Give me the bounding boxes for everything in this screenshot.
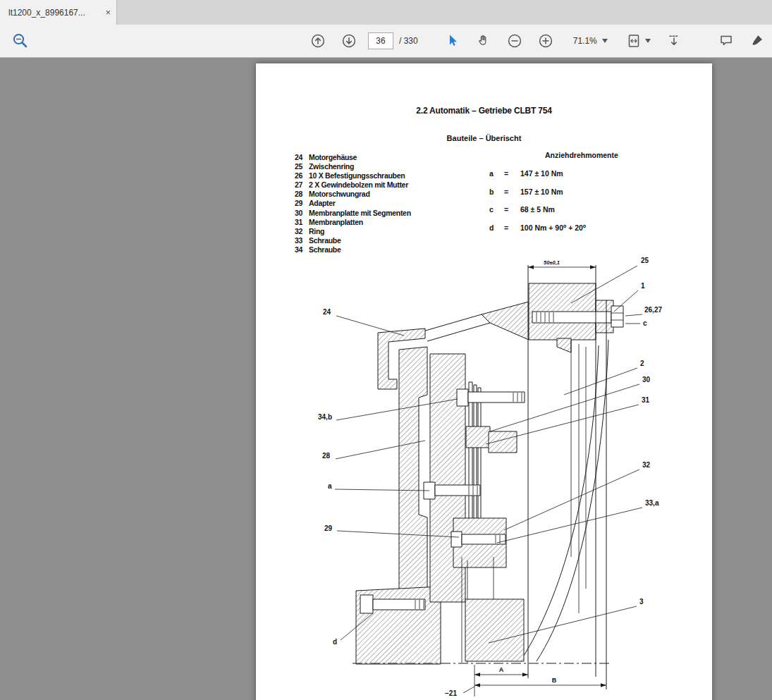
select-tool-button[interactable] [445, 33, 460, 49]
housing-corner-section [557, 338, 571, 352]
magnifier-minus-icon [11, 32, 30, 50]
hand-icon [476, 33, 491, 49]
callout-25: 25 [641, 257, 649, 264]
callout-a: a [328, 482, 332, 490]
bolt-a-shaft [435, 485, 480, 496]
arrow-up-circle-icon [310, 33, 326, 49]
highlighter-pen-icon [749, 33, 765, 49]
page-count-label: / 330 [399, 36, 418, 46]
callout-33-a: 33,a [645, 499, 659, 507]
technical-drawing: 50±0,1 A B −21 [256, 63, 712, 700]
housing-top-edge [427, 323, 490, 341]
callout-26-27: 26,27 [644, 306, 662, 314]
bolt-34-head [457, 389, 468, 406]
callout-32: 32 [642, 461, 651, 469]
bolt-1-shaft [532, 312, 611, 323]
acrobat-window: lt1200_x_8996167... × [0, 0, 772, 700]
document-viewport[interactable]: 2.2 Automatik – Getriebe CLBT 754 Bautei… [0, 58, 772, 700]
chevron-down-icon [602, 39, 608, 43]
fit-width-icon [626, 33, 642, 49]
callout-34-b: 34,b [318, 413, 332, 421]
comment-button[interactable] [718, 33, 734, 49]
bolt-33-shaft [462, 534, 506, 544]
bolt-34-shaft [468, 392, 525, 403]
minus-circle-icon [507, 33, 522, 49]
callout-c: c [643, 319, 647, 327]
plus-circle-icon [538, 33, 553, 49]
housing-top-edge [423, 314, 482, 331]
bell-housing-curve [524, 345, 599, 656]
arrow-cursor-icon [445, 33, 460, 49]
callout-24: 24 [323, 308, 331, 316]
dimension-a-label: A [499, 666, 504, 673]
next-page-button[interactable] [341, 33, 357, 49]
pdf-page: 2.2 Automatik – Getriebe CLBT 754 Bautei… [256, 63, 712, 700]
zoom-in-button[interactable] [538, 33, 553, 49]
hub-section [489, 431, 517, 453]
membrane-segment [466, 426, 490, 448]
previous-page-button[interactable] [310, 33, 326, 49]
marquee-zoom-button[interactable] [11, 32, 30, 50]
chevron-down-icon [645, 39, 651, 43]
zoom-level-dropdown[interactable]: 71.1% [573, 36, 608, 46]
hand-tool-button[interactable] [476, 33, 491, 49]
page-fit-dropdown[interactable] [626, 33, 651, 49]
page-number-input[interactable] [368, 32, 393, 49]
zoom-out-button[interactable] [507, 33, 522, 49]
toolbar: / 330 71.1% [0, 25, 772, 58]
callout-21: −21 [445, 689, 457, 697]
arrow-down-circle-icon [341, 33, 357, 49]
callout-29: 29 [324, 524, 333, 532]
bolt-d-head [360, 595, 373, 613]
callout-30: 30 [642, 376, 651, 383]
callout-2: 2 [640, 360, 644, 367]
comment-bubble-icon [718, 33, 734, 49]
zoom-level-value: 71.1% [573, 36, 597, 46]
callout-1: 1 [641, 282, 645, 290]
callout-3: 3 [639, 598, 644, 606]
callout-d: d [333, 638, 337, 646]
highlight-button[interactable] [749, 33, 765, 49]
bolt-d-shaft [373, 599, 425, 610]
continuous-scroll-icon [666, 33, 682, 49]
dimension-50-label: 50±0,1 [544, 259, 560, 266]
hub-bottom-section [465, 599, 524, 661]
tab-title: lt1200_x_8996167... [8, 8, 101, 18]
bolt-33-head [451, 532, 462, 547]
document-tab[interactable]: lt1200_x_8996167... × [0, 0, 117, 25]
bell-housing-curve [537, 340, 608, 661]
dimension-b-label: B [552, 677, 557, 684]
callout-28: 28 [322, 452, 331, 460]
motor-housing-bridge [482, 302, 529, 340]
motor-housing-wall [399, 347, 427, 591]
tab-bar: lt1200_x_8996167... × [0, 0, 772, 25]
tab-close-icon[interactable]: × [105, 7, 111, 18]
callout-31: 31 [642, 396, 650, 404]
scroll-mode-button[interactable] [666, 33, 682, 49]
